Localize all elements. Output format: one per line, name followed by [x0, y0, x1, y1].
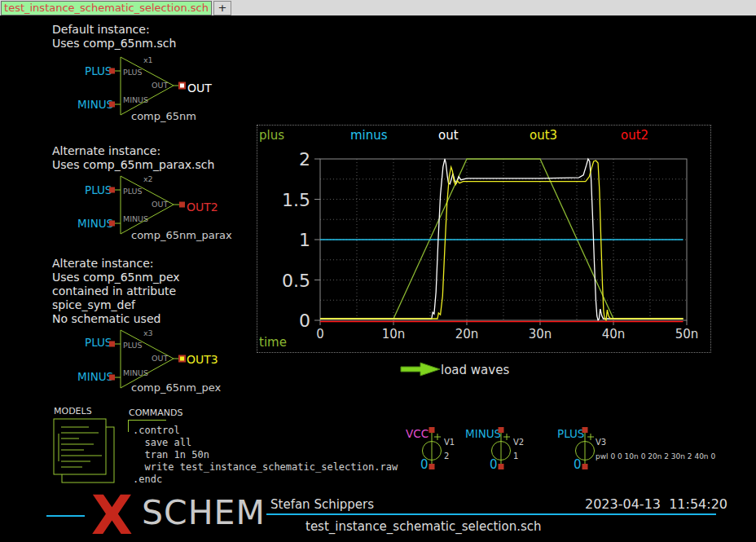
x-tick-label: 0 [316, 327, 324, 342]
net-label-out3[interactable]: OUT3 [187, 353, 218, 366]
pin-square [499, 464, 504, 469]
y-tick-label: 1 [299, 230, 310, 250]
symbol-pin-label: MINUS [123, 96, 148, 105]
titleblock-author[interactable]: Stefan Schippers [270, 498, 374, 512]
symbol-name[interactable]: comp_65nm [131, 111, 196, 123]
y-tick-label: 2 [299, 149, 310, 170]
trace-plus [320, 159, 683, 319]
source-name[interactable]: V2 [513, 438, 524, 447]
pin-square [582, 427, 588, 433]
instance3-desc-line[interactable]: Alterate instance: [52, 257, 153, 270]
instance-name[interactable]: x1 [143, 56, 153, 65]
y-tick-label: 0 [299, 311, 310, 331]
pin-square [109, 342, 115, 347]
source-value[interactable]: 1 [513, 452, 518, 461]
pin-square [499, 427, 504, 433]
spice-command-line[interactable]: write test_instance_schematic_selection.… [133, 461, 398, 474]
trace-out3 [320, 161, 683, 320]
launcher-load-waves[interactable]: load waves [441, 364, 509, 377]
titleblock-sheet-name[interactable]: test_instance_schematic_selection.sch [305, 520, 542, 534]
x-tick-label: 10n [382, 327, 406, 342]
symbol-pin-label: MINUS [123, 369, 148, 378]
x-tick-label: 20n [455, 327, 479, 342]
spice-command-line[interactable]: save all [133, 437, 191, 449]
source-name[interactable]: V3 [596, 438, 606, 447]
symbol-pin-label: OUT [152, 355, 168, 364]
symbol-pin-label: OUT [152, 200, 168, 209]
pin-square [429, 427, 435, 433]
symbol-pin-label: PLUS [123, 68, 143, 77]
xschem-logo-text: SCHEM [142, 496, 266, 530]
y-tick-label: 1.5 [282, 190, 310, 210]
x-axis-title: time [259, 336, 287, 350]
y-tick-label: 0.5 [282, 271, 310, 291]
instance-name[interactable]: x3 [143, 329, 153, 338]
new-tab-button[interactable]: + [213, 1, 231, 15]
waveform-plot[interactable]: 010n20n30n40n50n00.511.52 [257, 125, 710, 351]
pin-square-out [179, 356, 185, 362]
instance3-desc-line[interactable]: spice_sym_def [52, 298, 135, 311]
pin-square [429, 464, 435, 469]
tab-current-schematic[interactable]: test_instance_schematic_selection.sch [1, 1, 212, 15]
titleblock-line [46, 515, 85, 517]
x-tick-label: 30n [529, 327, 552, 342]
symbol-pin-label: PLUS [123, 342, 143, 350]
net-label-out2[interactable]: OUT2 [187, 200, 218, 214]
net-label-out[interactable]: OUT [187, 82, 212, 95]
symbol-name[interactable]: comp_65nm_pex [131, 382, 221, 394]
instance1-desc-line[interactable]: Default instance: [52, 23, 150, 36]
symbol-pin-label: PLUS [123, 187, 143, 196]
instance3-desc-line[interactable]: contained in attribute [52, 284, 176, 297]
models-icon[interactable] [51, 414, 121, 487]
source-value-pwl[interactable]: pwl 0 0 10n 0 20n 2 30n 2 40n 0 [596, 452, 715, 460]
x-tick-label: 50n [675, 327, 699, 342]
instance1-desc-line[interactable]: Uses comp_65nm.sch [52, 37, 176, 50]
launcher-arrow-icon[interactable] [400, 362, 442, 377]
instance2-desc-line[interactable]: Alternate instance: [52, 144, 160, 157]
pin-square-out [179, 202, 185, 208]
pin-square [109, 187, 115, 193]
pin-square [582, 464, 588, 469]
pin-square-out [179, 83, 185, 89]
commands-bracket [128, 420, 129, 432]
spice-command-line[interactable]: tran 1n 50n [133, 449, 209, 461]
net-label-gnd[interactable]: 0 [420, 458, 429, 472]
instance-name[interactable]: x2 [143, 175, 153, 184]
net-label-gnd[interactable]: 0 [490, 458, 498, 472]
commands-title[interactable]: COMMANDS [129, 408, 183, 419]
pin-square [109, 102, 115, 108]
spice-command-line[interactable]: .endc [133, 474, 162, 486]
pin-square [109, 221, 115, 227]
xschem-window: test_instance_schematic_selection.sch + … [0, 0, 756, 542]
x-tick-label: 40n [602, 327, 626, 342]
pin-square [109, 375, 115, 381]
symbol-pin-label: OUT [152, 82, 168, 90]
tab-bar: test_instance_schematic_selection.sch + [0, 0, 756, 15]
titleblock-datetime[interactable]: 2023-04-13 11:54:20 [585, 497, 727, 512]
net-label-gnd[interactable]: 0 [574, 458, 582, 472]
instance3-desc-line[interactable]: Uses comp_65nm_pex [52, 271, 180, 284]
symbol-name[interactable]: comp_65nm_parax [131, 230, 232, 242]
source-value[interactable]: 2 [444, 452, 449, 461]
xschem-logo-x: X [91, 489, 133, 542]
titleblock-underline [266, 513, 716, 515]
pin-square [109, 68, 115, 74]
spice-command-line[interactable]: .control [133, 425, 180, 437]
commands-underline [129, 420, 166, 421]
symbol-pin-label: MINUS [123, 215, 148, 224]
source-name[interactable]: V1 [444, 438, 455, 447]
